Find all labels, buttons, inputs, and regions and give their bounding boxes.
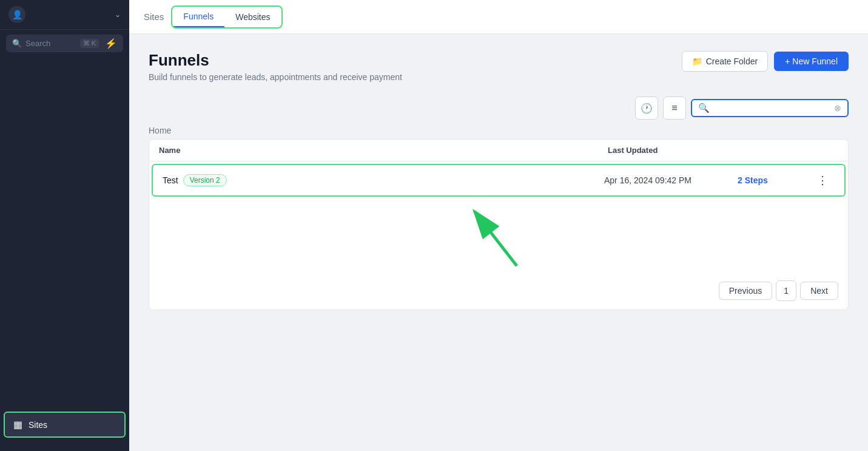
tab-container: Funnels Websites xyxy=(171,5,282,29)
col-header-updated: Last Updated xyxy=(608,146,741,155)
clear-search-icon[interactable]: ⊗ xyxy=(834,103,841,113)
sidebar-item-label: Sites xyxy=(29,420,47,430)
more-options-icon[interactable]: ⋮ xyxy=(813,172,832,188)
pagination: Previous 1 Next xyxy=(149,272,848,310)
page-subtitle: Build funnels to generate leads, appoint… xyxy=(149,72,402,82)
arrow-annotation xyxy=(149,199,848,272)
row-updated-cell: Apr 16, 2024 09:42 PM xyxy=(604,175,738,185)
new-funnel-label: + New Funnel xyxy=(785,56,838,66)
next-button[interactable]: Next xyxy=(800,282,838,300)
create-folder-label: Create Folder xyxy=(706,56,758,66)
funnel-name: Test xyxy=(163,175,178,185)
clock-icon: 🕐 xyxy=(641,103,653,114)
table-row[interactable]: Test Version 2 Apr 16, 2024 09:42 PM 2 S… xyxy=(152,164,846,197)
topnav: Sites Funnels Websites xyxy=(129,0,868,34)
sidebar: 👤 ⌄ 🔍 Search ⌘ K ⚡ ▦ Sites xyxy=(0,0,129,451)
user-icon: 👤 xyxy=(8,6,25,23)
page-title: Funnels xyxy=(149,51,402,70)
search-box-icon: 🔍 xyxy=(698,103,710,114)
col-header-steps xyxy=(741,146,814,155)
arrow-svg xyxy=(149,199,848,272)
content-area: Funnels Build funnels to generate leads,… xyxy=(129,34,868,451)
page-number-1[interactable]: 1 xyxy=(776,280,796,301)
row-actions-cell: ⋮ xyxy=(810,172,835,188)
list-view-button[interactable]: ≡ xyxy=(663,97,686,120)
breadcrumb-sites: Sites xyxy=(144,12,164,22)
col-header-actions xyxy=(814,146,838,155)
page-header: Funnels Build funnels to generate leads,… xyxy=(149,51,849,82)
search-shortcut: ⌘ K xyxy=(80,39,99,48)
tab-websites[interactable]: Websites xyxy=(224,7,281,27)
folder-icon: 📁 xyxy=(692,56,702,66)
sidebar-search[interactable]: 🔍 Search ⌘ K ⚡ xyxy=(6,35,123,52)
sidebar-item-sites[interactable]: ▦ Sites xyxy=(4,412,126,438)
clock-view-button[interactable]: 🕐 xyxy=(635,97,658,120)
breadcrumb-home: Home xyxy=(149,126,849,135)
row-steps-cell: 2 Steps xyxy=(738,175,810,185)
row-name-cell: Test Version 2 xyxy=(163,174,604,186)
tab-funnels[interactable]: Funnels xyxy=(172,7,224,27)
create-folder-button[interactable]: 📁 Create Folder xyxy=(682,51,769,72)
table-toolbar: 🕐 ≡ 🔍 ⊗ xyxy=(149,97,849,120)
col-header-name: Name xyxy=(159,146,608,155)
svg-line-1 xyxy=(474,211,517,266)
header-actions: 📁 Create Folder + New Funnel xyxy=(682,51,849,72)
search-label: Search xyxy=(25,39,76,48)
version-badge: Version 2 xyxy=(183,174,227,186)
previous-button[interactable]: Previous xyxy=(719,282,772,300)
page-title-group: Funnels Build funnels to generate leads,… xyxy=(149,51,402,82)
chevron-down-icon: ⌄ xyxy=(115,10,121,19)
search-box: 🔍 ⊗ xyxy=(691,99,849,117)
table-header: Name Last Updated xyxy=(149,140,848,161)
main-content: Sites Funnels Websites Funnels Build fun… xyxy=(129,0,868,451)
add-icon[interactable]: ⚡ xyxy=(105,38,117,49)
sites-icon: ▦ xyxy=(13,419,22,430)
search-icon: 🔍 xyxy=(12,39,22,48)
sidebar-user[interactable]: 👤 ⌄ xyxy=(0,0,129,30)
search-input[interactable] xyxy=(713,103,830,113)
funnels-table: Name Last Updated Test Version 2 Apr 16,… xyxy=(149,139,849,310)
new-funnel-button[interactable]: + New Funnel xyxy=(774,52,849,71)
list-icon: ≡ xyxy=(671,103,677,114)
